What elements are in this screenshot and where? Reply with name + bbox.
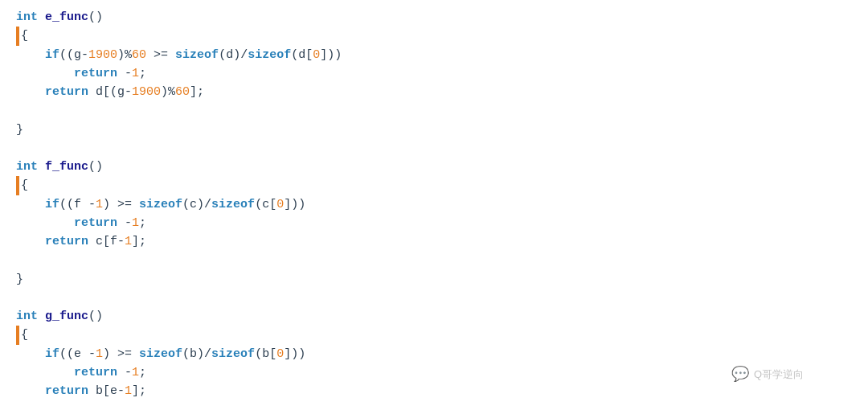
blank-line-3 <box>16 251 852 269</box>
line-e-return-val: return d[(g-1900)%60]; <box>16 83 852 101</box>
keyword-sizeof-2a: sizeof <box>139 195 182 214</box>
line-g-func-sig: int g_func() <box>16 307 852 326</box>
line-g-return-val: return b[e-1]; <box>16 382 852 400</box>
line-f-func-sig: int f_func() <box>16 158 852 176</box>
keyword-if-1: if <box>45 46 59 64</box>
keyword-return-1a: return <box>74 64 117 83</box>
keyword-sizeof-1a: sizeof <box>175 46 219 64</box>
brace-bar-3 <box>16 326 19 344</box>
keyword-int-1: int <box>16 8 38 27</box>
line-f-return-val: return c[f-1]; <box>16 232 852 251</box>
line-g-return-neg1: return -1; <box>16 363 852 382</box>
keyword-return-2a: return <box>74 214 117 232</box>
keyword-if-2: if <box>45 195 59 214</box>
func-name-e: e_func <box>45 8 88 27</box>
line-g-if: if((e -1) >= sizeof(b)/sizeof(b[0])) <box>16 345 852 363</box>
keyword-int-2: int <box>16 158 38 176</box>
line-f-if: if((f -1) >= sizeof(c)/sizeof(c[0])) <box>16 195 852 214</box>
line-f-open-brace: { <box>16 176 852 195</box>
watermark-text: Q哥学逆向 <box>754 367 804 383</box>
line-e-close-brace: } <box>16 121 852 139</box>
brace-bar-2 <box>16 176 19 195</box>
line-g-open-brace: { <box>16 326 852 344</box>
line-f-close-brace: } <box>16 270 852 289</box>
watermark: 💬 Q哥学逆向 <box>731 363 804 386</box>
func-name-g: g_func <box>45 307 88 326</box>
keyword-if-3: if <box>45 345 59 363</box>
func-name-f: f_func <box>45 158 88 176</box>
line-f-return-neg1: return -1; <box>16 214 852 232</box>
blank-line-5 <box>16 400 852 410</box>
watermark-icon: 💬 <box>731 363 749 386</box>
blank-line-1 <box>16 101 852 120</box>
line-e-func-sig: int e_func() <box>16 8 852 27</box>
keyword-return-3a: return <box>74 363 117 382</box>
keyword-sizeof-1b: sizeof <box>248 46 291 64</box>
keyword-return-2b: return <box>45 232 88 251</box>
line-e-if: if((g-1900)%60 >= sizeof(d)/sizeof(d[0])… <box>16 46 852 64</box>
keyword-return-3b: return <box>45 382 88 400</box>
line-e-return-neg1: return -1; <box>16 64 852 83</box>
keyword-sizeof-2b: sizeof <box>211 195 255 214</box>
keyword-sizeof-3b: sizeof <box>211 345 255 363</box>
keyword-int-3: int <box>16 307 38 326</box>
code-editor: int e_func() { if((g-1900)%60 >= sizeof(… <box>0 0 868 410</box>
blank-line-4 <box>16 289 852 307</box>
line-e-open-brace: { <box>16 27 852 45</box>
keyword-sizeof-3a: sizeof <box>139 345 182 363</box>
keyword-return-1b: return <box>45 83 88 101</box>
blank-line-2 <box>16 139 852 158</box>
brace-bar-1 <box>16 27 19 45</box>
